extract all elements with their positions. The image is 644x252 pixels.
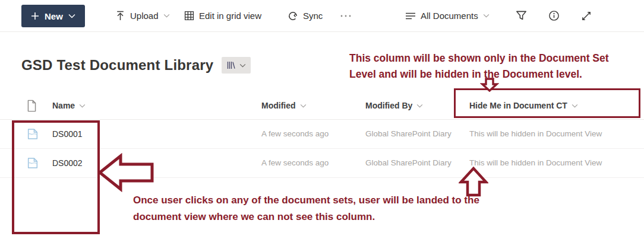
info-button[interactable] (548, 0, 560, 31)
chevron-down-icon (68, 14, 75, 18)
sync-button[interactable]: Sync (288, 0, 323, 31)
filter-funnel-icon (516, 10, 527, 21)
more-commands-button[interactable] (340, 0, 352, 31)
annotation-bottom-line1: Once user clicks on any of the document … (133, 192, 479, 209)
chevron-down-icon (483, 14, 490, 18)
document-icon (27, 100, 37, 112)
grid-icon (184, 11, 194, 21)
sharepoint-document-library-page: New Upload Edit in grid view (0, 0, 644, 252)
modified-by-value: Global SharePoint Diary (365, 148, 452, 177)
annotation-top-text: This column will be shown only in the Do… (349, 50, 609, 82)
upload-icon (115, 11, 125, 21)
annotation-bottom-text: Once user clicks on any of the document … (133, 192, 479, 225)
command-bar: New Upload Edit in grid view (0, 0, 644, 32)
column-header-modified-by[interactable]: Modified By (365, 92, 423, 119)
library-books-icon (226, 60, 236, 70)
table-header-row: Name Modified Modified By Hide Me in Doc… (0, 92, 644, 120)
hide-me-value: This will be hidden in Document View (469, 148, 602, 177)
column-header-label: Hide Me in Document CT (469, 101, 567, 110)
filter-button[interactable] (516, 0, 527, 31)
edit-grid-view-label: Edit in grid view (199, 11, 261, 21)
edit-grid-view-button[interactable]: Edit in grid view (184, 0, 261, 31)
new-button-label: New (45, 11, 63, 21)
fullscreen-button[interactable] (581, 0, 592, 31)
chevron-down-icon (79, 104, 86, 108)
info-icon (548, 10, 560, 21)
docset-name-link[interactable]: DS0001 (52, 119, 83, 148)
ellipsis-icon (340, 14, 352, 18)
view-lines-icon (405, 12, 416, 20)
column-header-label: Modified (261, 101, 296, 110)
modified-value: A few seconds ago (261, 148, 329, 177)
chevron-down-icon (300, 104, 307, 108)
docset-icon (26, 148, 39, 177)
column-header-modified[interactable]: Modified (261, 92, 307, 119)
chevron-down-icon (163, 14, 170, 18)
plus-icon (31, 12, 39, 20)
modified-by-value: Global SharePoint Diary (365, 119, 452, 148)
upload-label: Upload (130, 11, 159, 21)
expand-diagonal-icon (581, 11, 592, 21)
annotation-bottom-line2: document view where we can not see this … (133, 209, 479, 225)
view-selector-label: All Documents (421, 11, 478, 21)
docset-icon (26, 119, 39, 148)
chevron-down-icon (416, 104, 423, 108)
library-title-row: GSD Test Document Library (21, 57, 251, 74)
sync-icon (288, 11, 298, 21)
hide-me-value: This will be hidden in Document View (469, 119, 602, 148)
column-header-label: Modified By (365, 101, 412, 110)
chevron-down-icon (572, 104, 578, 108)
chevron-down-icon (239, 63, 246, 68)
docset-name-link[interactable]: DS0002 (52, 148, 83, 177)
library-view-toggle-button[interactable] (222, 57, 251, 74)
column-header-hide-me[interactable]: Hide Me in Document CT (469, 92, 578, 119)
table-row[interactable]: DS0001 A few seconds ago Global SharePoi… (0, 119, 644, 149)
table-row[interactable]: DS0002 A few seconds ago Global SharePoi… (0, 148, 644, 178)
view-selector[interactable]: All Documents (405, 0, 490, 31)
new-button[interactable]: New (21, 5, 85, 27)
modified-value: A few seconds ago (261, 119, 329, 148)
annotation-top-line1: This column will be shown only in the Do… (349, 50, 609, 66)
upload-button[interactable]: Upload (115, 0, 170, 31)
sync-label: Sync (303, 11, 323, 21)
page-title: GSD Test Document Library (21, 57, 213, 74)
annotation-top-line2: Level and will be hidden in the Document… (349, 66, 609, 82)
file-type-column-header[interactable] (27, 92, 37, 119)
column-header-name[interactable]: Name (52, 92, 86, 119)
column-header-label: Name (52, 101, 75, 110)
